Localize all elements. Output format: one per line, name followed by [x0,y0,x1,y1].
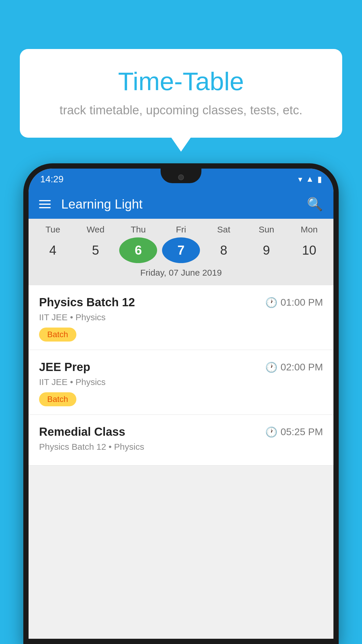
battery-icon: ▮ [317,174,322,184]
schedule-title-1: JEE Prep [39,360,90,374]
clock-icon-0: 🕐 [265,297,277,308]
day-num-5[interactable]: 5 [77,237,115,263]
day-name-sun: Sun [247,225,285,235]
notch [161,169,201,183]
schedule-title-0: Physics Batch 12 [39,296,135,309]
day-name-fri: Fri [162,225,200,235]
app-bar: Learning Light 🔍 [29,190,333,219]
tooltip-card: Time-Table track timetable, upcoming cla… [20,49,342,138]
day-num-4[interactable]: 4 [34,237,72,263]
status-time: 14:29 [40,174,64,185]
schedule-subtitle-0: IIT JEE • Physics [39,312,323,322]
search-icon[interactable]: 🔍 [307,197,323,212]
camera-dot [178,174,184,180]
schedule-title-2: Remedial Class [39,425,125,438]
batch-badge-1: Batch [39,392,76,406]
schedule-item-0[interactable]: Physics Batch 12🕐01:00 PMIIT JEE • Physi… [29,285,333,350]
schedule-item-1[interactable]: JEE Prep🕐02:00 PMIIT JEE • PhysicsBatch [29,350,333,415]
schedule-time-0: 01:00 PM [280,297,323,308]
clock-icon-1: 🕐 [265,361,277,373]
app-title: Learning Light [61,197,307,211]
wifi-icon: ▾ [298,174,302,184]
day-name-sat: Sat [205,225,243,235]
day-num-8[interactable]: 8 [205,237,243,263]
day-num-7[interactable]: 7 [162,237,200,263]
day-num-6[interactable]: 6 [119,237,157,263]
schedule-subtitle-2: Physics Batch 12 • Physics [39,442,323,452]
phone-mockup: 14:29 ▾ ▲ ▮ Learning Light 🔍 TueWedThuFr… [23,163,339,644]
day-names: TueWedThuFriSatSunMon [29,225,333,235]
day-name-mon: Mon [290,225,328,235]
schedule-time-2: 05:25 PM [280,426,323,438]
clock-icon-2: 🕐 [265,426,277,438]
schedule-time-1: 02:00 PM [280,361,323,373]
tooltip-subtitle: track timetable, upcoming classes, tests… [37,103,325,117]
day-num-10[interactable]: 10 [290,237,328,263]
phone-screen: 14:29 ▾ ▲ ▮ Learning Light 🔍 TueWedThuFr… [29,169,333,639]
schedule-subtitle-1: IIT JEE • Physics [39,377,323,387]
day-name-thu: Thu [119,225,157,235]
selected-date-label: Friday, 07 June 2019 [29,268,333,282]
batch-badge-0: Batch [39,328,76,342]
hamburger-icon[interactable] [39,200,51,208]
signal-icon: ▲ [306,174,314,184]
day-numbers[interactable]: 45678910 [29,237,333,263]
status-bar: 14:29 ▾ ▲ ▮ [29,169,333,190]
tooltip-title: Time-Table [37,66,325,96]
day-num-9[interactable]: 9 [247,237,285,263]
schedule-list: Physics Batch 12🕐01:00 PMIIT JEE • Physi… [29,285,333,466]
day-name-wed: Wed [77,225,115,235]
schedule-item-2[interactable]: Remedial Class🕐05:25 PMPhysics Batch 12 … [29,415,333,466]
day-name-tue: Tue [34,225,72,235]
calendar-strip: TueWedThuFriSatSunMon 45678910 Friday, 0… [29,219,333,285]
status-icons: ▾ ▲ ▮ [298,174,322,184]
